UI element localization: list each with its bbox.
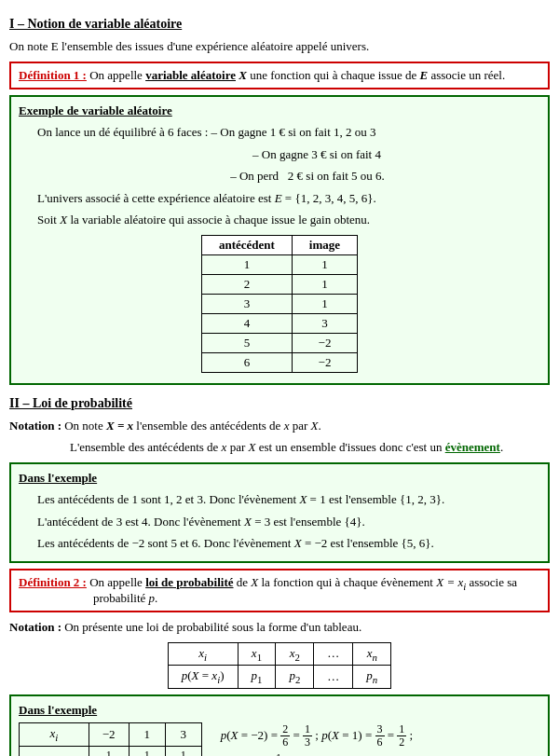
table-row: 43 (201, 313, 357, 333)
notation2-label: Notation : (9, 419, 61, 433)
table-row: 5−2 (201, 333, 357, 352)
example1-line1: On lance un dé équilibré à 6 faces : – O… (37, 123, 540, 142)
frac-1-2: 1 2 (143, 749, 152, 756)
example1-X: Soit X la variable aléatoire qui associe… (37, 211, 540, 229)
notation3-line: Notation : On présente une loi de probab… (9, 618, 550, 637)
example3-table: xi −2 1 3 p(X = xi) 1 3 1 (19, 722, 202, 756)
table-row: 6−2 (201, 352, 357, 372)
prob-formulas: p(X = −2) = 26 = 13 ; p(X = 1) = 36 = 12… (221, 723, 414, 756)
example2-line2: L'antécédent de 3 est 4. Donc l'évènemen… (37, 513, 540, 531)
def1-text: On appelle variable aléatoire X une fonc… (89, 68, 505, 82)
section2-title: II – Loi de probabilité (9, 396, 550, 411)
table-row: 11 (201, 254, 357, 274)
notation2-line2: L'ensemble des antécédents de x par X es… (70, 438, 550, 457)
definition2-box: Définition 2 : On appelle loi de probabi… (9, 569, 550, 613)
example2-line1: Les antécédents de 1 sont 1, 2 et 3. Don… (37, 490, 540, 509)
example3-box: Dans l'exemple xi −2 1 3 p(X = xi) 1 3 (9, 694, 550, 756)
notation2-line1: Notation : On note X = x l'ensemble des … (9, 417, 550, 435)
col-image: image (292, 235, 357, 254)
example1-table: antécédent image 11 21 31 43 5−2 6−2 (201, 235, 358, 373)
prob-formula-2: p(X = 3) = 16 (221, 752, 414, 756)
frac-1-3: 1 3 (104, 749, 114, 756)
prob-formula-1: p(X = −2) = 26 = 13 ; p(X = 1) = 36 = 12… (221, 723, 414, 749)
def2-label: Définition 2 : (19, 575, 87, 589)
example1-univers: L'univers associé à cette expérience alé… (37, 189, 540, 208)
intro1-text: On note E l'ensemble des issues d'une ex… (9, 37, 550, 56)
example2-line3: Les antécédents de −2 sont 5 et 6. Donc … (37, 534, 540, 553)
example2-title: Dans l'exemple (19, 469, 540, 488)
example3-title: Dans l'exemple (19, 701, 540, 720)
definition1-box: Définition 1 : On appelle variable aléat… (9, 62, 550, 89)
example1-line3: – On perd 2 € si on fait 5 ou 6. (75, 167, 540, 186)
notation3-text: On présente une loi de probabilité sous … (64, 620, 361, 634)
frac-1-6: 1 6 (179, 749, 188, 756)
def1-label: Définition 1 : (19, 68, 87, 82)
table-row: 21 (201, 274, 357, 294)
example3-content: xi −2 1 3 p(X = xi) 1 3 1 (19, 722, 540, 756)
table-row: 31 (201, 294, 357, 313)
prob-table-generic: xi x1 x2 … xn p(X = xi) p1 p2 … pn (168, 642, 392, 689)
section1-title: I – Notion de variable aléatoire (9, 17, 550, 32)
col-antecedent: antécédent (201, 235, 292, 254)
def2-text2: probabilité p. (93, 591, 157, 605)
def2-text1: On appelle loi de probabilité de X la fo… (89, 575, 517, 589)
example2-box: Dans l'exemple Les antécédents de 1 sont… (9, 462, 550, 563)
example1-line2: – On gagne 3 € si on fait 4 (93, 145, 540, 164)
example1-box: Exemple de variable aléatoire On lance u… (9, 95, 550, 385)
example1-title: Exemple de variable aléatoire (19, 102, 540, 120)
notation3-label: Notation : (9, 620, 61, 634)
